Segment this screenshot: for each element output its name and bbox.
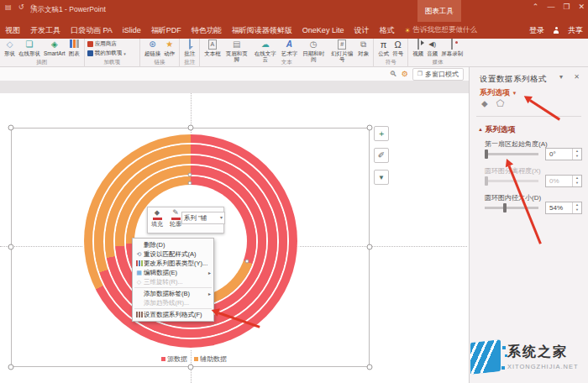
store-icon <box>87 41 93 47</box>
tab-chart-design[interactable]: 设计 <box>349 22 374 39</box>
close-icon[interactable]: ✕ <box>578 3 585 11</box>
menu-item-reset-style[interactable]: ⟲重设以匹配样式(A) <box>133 249 213 259</box>
hole-size-slider[interactable] <box>485 207 538 209</box>
tab-chart-format[interactable]: 格式 <box>374 22 399 39</box>
menu-item-3d-rotation[interactable]: ◇三维旋转(R)... <box>133 277 213 286</box>
textbox-button[interactable]: A文本框 <box>202 39 223 56</box>
action-button[interactable]: ★动作 <box>162 39 176 56</box>
screen-recording-icon <box>451 39 453 50</box>
tab-onekey-lite[interactable]: OneKey Lite <box>297 22 349 39</box>
smartart-button[interactable]: ◈SmartArt <box>42 39 67 56</box>
user-icon <box>553 27 559 34</box>
rotation-3d-icon: ◇ <box>134 279 144 286</box>
video-button[interactable]: 视频 <box>411 39 425 56</box>
panel-options-chevron-icon[interactable]: ▾ <box>559 73 563 81</box>
resize-handle-middle-right[interactable] <box>367 244 373 250</box>
gear-icon[interactable]: ⚙ <box>402 70 408 78</box>
resize-handle-bottom-center[interactable] <box>188 365 194 370</box>
submenu-arrow-icon: ▸ <box>208 291 211 296</box>
series-point-handle[interactable] <box>188 173 192 177</box>
menu-item-delete[interactable]: 删除(D) <box>133 240 213 249</box>
tab-foxit-reader[interactable]: 福昕阅读器领鲜版 <box>227 22 297 39</box>
comment-button[interactable]: 批注 <box>182 39 197 56</box>
symbol-button[interactable]: Ω符号 <box>391 39 405 56</box>
menu-item-add-data-labels[interactable]: 添加数据标签(B)▸ <box>133 289 213 298</box>
minimize-icon[interactable]: — <box>547 3 554 11</box>
menu-item-add-trendline[interactable]: 添加趋势线(R)... <box>133 298 213 307</box>
ribbon-tab-row: 视图 开发工具 口袋动画 PA iSlide 福昕PDF 特色功能 福昕阅读器领… <box>0 22 588 39</box>
effects-tab-icon[interactable]: ⬠ <box>496 97 505 109</box>
wordart-button[interactable]: A艺术字 <box>280 39 300 56</box>
selected-segment-handle[interactable] <box>245 260 249 264</box>
paint-bucket-icon: ⬥ <box>155 209 160 217</box>
resize-handle-middle-left[interactable] <box>8 244 14 250</box>
resize-handle-top-right[interactable] <box>367 125 373 131</box>
restore-icon[interactable]: ❐ <box>563 3 570 11</box>
fill-button[interactable]: ⬥ 填充 <box>151 209 163 233</box>
tab-view[interactable]: 视图 <box>0 22 25 39</box>
tab-developer[interactable]: 开发工具 <box>25 22 66 39</box>
tab-pocket-animation[interactable]: 口袋动画 PA <box>66 22 118 39</box>
series-options-section-header[interactable]: ▲ 系列选项 <box>478 124 515 135</box>
shapes-button[interactable]: ◇形状 <box>3 39 17 56</box>
tab-islide[interactable]: iSlide <box>118 22 146 39</box>
ribbon-group-illustrations: ◇形状 ❏在线形状 ◈SmartArt 图表 插图 <box>0 39 85 67</box>
ribbon-group-links: ⊛超链接 ★动作 链接 <box>140 39 181 67</box>
chart-elements-button[interactable]: ＋ <box>374 126 389 141</box>
slider-handle[interactable] <box>503 203 507 212</box>
context-menu: 删除(D) ⟲重设以匹配样式(A) 更改系列图表类型(Y)... ▦编辑数据(E… <box>132 238 214 322</box>
my-addins-button[interactable]: 我的加载项 ▾ <box>87 49 137 58</box>
spinner-arrows-icon[interactable]: ▲▼ <box>572 202 581 213</box>
hole-size-spinbox[interactable]: 54%▲▼ <box>545 202 582 214</box>
audio-button[interactable]: ◀)音频 <box>425 39 439 56</box>
angle-spinbox[interactable]: 0°▲▼ <box>545 148 582 160</box>
hyperlink-icon: ⊛ <box>149 39 155 50</box>
ribbon-group-addins: 应用商店 我的加载项 ▾ 加载项 <box>85 39 140 67</box>
hyperlink-button[interactable]: ⊛超链接 <box>143 39 163 56</box>
slider-handle[interactable] <box>485 150 488 159</box>
panel-divider <box>476 116 581 117</box>
comment-icon <box>189 39 191 50</box>
panel-close-icon[interactable]: ✕ <box>574 73 580 81</box>
resize-handle-top-left[interactable] <box>8 125 14 131</box>
outline-button[interactable]: ✎ 轮廓 <box>170 209 181 233</box>
online-shapes-button[interactable]: ❏在线形状 <box>17 39 42 56</box>
tab-special-features[interactable]: 特色功能 <box>186 22 227 39</box>
spinner-arrows-icon[interactable]: ▲▼ <box>572 149 581 160</box>
collapse-triangle-icon: ▲ <box>478 127 483 132</box>
magnifier-icon[interactable]: 🔍︎ <box>390 70 397 78</box>
submenu-arrow-icon: ▸ <box>208 270 211 275</box>
action-star-icon: ★ <box>165 39 173 50</box>
series-point-handle[interactable] <box>188 181 192 186</box>
series-selector-dropdown[interactable]: 系列 "辅▾ <box>181 212 225 224</box>
share-button[interactable]: 共享 <box>568 25 583 36</box>
menu-item-change-chart-type[interactable]: 更改系列图表类型(Y)... <box>133 259 213 268</box>
menu-item-edit-data[interactable]: ▦编辑数据(E)▸ <box>133 268 213 277</box>
window-title: 演示文稿1 - PowerPoint <box>30 5 106 15</box>
menu-item-format-data-series[interactable]: 设置数据系列格式(F) <box>133 310 213 319</box>
chart-filters-button[interactable]: ▼ <box>374 170 389 185</box>
chart-button[interactable]: 图表 <box>67 39 81 56</box>
tell-me-search[interactable]: ☀ 告诉我您想要做什么 <box>404 25 477 35</box>
fill-line-tab-icon[interactable]: ⬥ <box>481 97 488 109</box>
ribbon-display-options-icon[interactable]: ⌃ <box>533 3 539 11</box>
reset-style-icon: ⟲ <box>134 251 144 258</box>
equation-button[interactable]: π公式 <box>376 39 391 56</box>
panel-title: 设置数据系列格式 <box>480 74 547 85</box>
multi-window-mode-button[interactable]: ❐ 多窗口模式 <box>412 68 464 81</box>
resize-handle-bottom-left[interactable] <box>8 365 14 370</box>
angle-slider[interactable] <box>485 153 538 155</box>
object-button[interactable]: ⧉对象 <box>356 39 370 56</box>
resize-handle-top-center[interactable] <box>188 125 194 131</box>
online-shapes-icon: ❏ <box>26 39 34 50</box>
ribbon-group-symbols: π公式 Ω符号 符号 <box>374 39 408 67</box>
tab-foxit-pdf[interactable]: 福昕PDF <box>146 22 186 39</box>
sign-in-button[interactable]: 登录 <box>529 25 544 36</box>
site-watermark: 系统之家 XITONGZHIJIA.NET <box>467 331 588 383</box>
format-series-icon <box>134 312 144 318</box>
menu-separator <box>134 308 212 309</box>
store-button[interactable]: 应用商店 <box>87 39 137 49</box>
screen-recording-button[interactable]: 屏幕录制 <box>439 39 465 56</box>
chart-styles-button[interactable]: ✐ <box>374 148 389 163</box>
resize-handle-bottom-right[interactable] <box>367 365 373 370</box>
